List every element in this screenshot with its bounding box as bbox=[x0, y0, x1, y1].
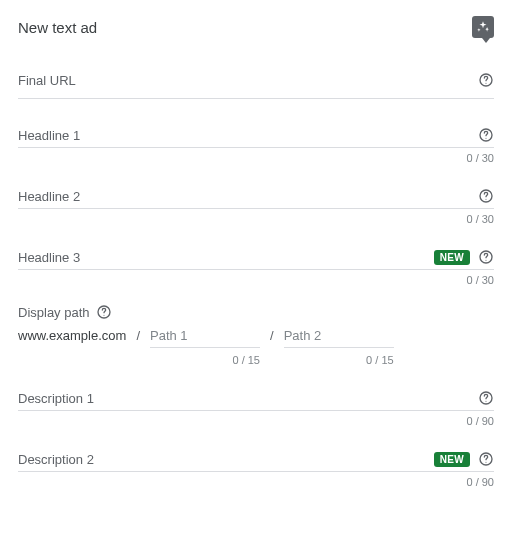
svg-point-7 bbox=[485, 260, 486, 261]
help-icon[interactable] bbox=[478, 249, 494, 265]
char-counter: 0 / 30 bbox=[18, 148, 494, 174]
help-icon[interactable] bbox=[96, 304, 112, 320]
path1-field[interactable]: Path 1 0 / 15 bbox=[150, 328, 260, 366]
help-icon[interactable] bbox=[478, 127, 494, 143]
path-separator: / bbox=[136, 328, 140, 343]
display-path-label: Display path bbox=[18, 305, 90, 320]
form-header: New text ad bbox=[18, 16, 494, 38]
char-counter: 0 / 15 bbox=[284, 348, 394, 366]
description2-field[interactable]: Description 2 NEW 0 / 90 bbox=[18, 445, 494, 498]
svg-point-5 bbox=[485, 199, 486, 200]
help-icon[interactable] bbox=[478, 72, 494, 88]
final-url-label: Final URL bbox=[18, 73, 76, 88]
new-badge: NEW bbox=[434, 452, 470, 467]
description1-label: Description 1 bbox=[18, 391, 94, 406]
svg-point-3 bbox=[485, 138, 486, 139]
new-badge: NEW bbox=[434, 250, 470, 265]
input-underline bbox=[18, 98, 494, 99]
path1-placeholder: Path 1 bbox=[150, 328, 260, 347]
svg-point-1 bbox=[485, 83, 486, 84]
display-path-section: Display path www.example.com / Path 1 0 … bbox=[18, 304, 494, 366]
page-title: New text ad bbox=[18, 19, 97, 36]
svg-point-13 bbox=[485, 462, 486, 463]
help-icon[interactable] bbox=[478, 390, 494, 406]
headline1-label: Headline 1 bbox=[18, 128, 80, 143]
char-counter: 0 / 30 bbox=[18, 270, 494, 296]
final-url-field[interactable]: Final URL bbox=[18, 66, 494, 99]
path-separator: / bbox=[270, 328, 274, 343]
char-counter: 0 / 90 bbox=[18, 472, 494, 498]
description1-field[interactable]: Description 1 0 / 90 bbox=[18, 384, 494, 437]
path2-placeholder: Path 2 bbox=[284, 328, 394, 347]
display-domain: www.example.com bbox=[18, 328, 126, 343]
svg-point-11 bbox=[485, 401, 486, 402]
char-counter: 0 / 30 bbox=[18, 209, 494, 235]
help-icon[interactable] bbox=[478, 451, 494, 467]
new-text-ad-form: New text ad Final URL Headline 1 bbox=[0, 0, 512, 526]
headline2-field[interactable]: Headline 2 0 / 30 bbox=[18, 182, 494, 235]
svg-point-9 bbox=[103, 315, 104, 316]
path2-field[interactable]: Path 2 0 / 15 bbox=[284, 328, 394, 366]
char-counter: 0 / 15 bbox=[150, 348, 260, 366]
headline3-field[interactable]: Headline 3 NEW 0 / 30 bbox=[18, 243, 494, 296]
suggestions-icon[interactable] bbox=[472, 16, 494, 38]
help-icon[interactable] bbox=[478, 188, 494, 204]
headline1-field[interactable]: Headline 1 0 / 30 bbox=[18, 121, 494, 174]
headline2-label: Headline 2 bbox=[18, 189, 80, 204]
char-counter: 0 / 90 bbox=[18, 411, 494, 437]
headline3-label: Headline 3 bbox=[18, 250, 80, 265]
description2-label: Description 2 bbox=[18, 452, 94, 467]
